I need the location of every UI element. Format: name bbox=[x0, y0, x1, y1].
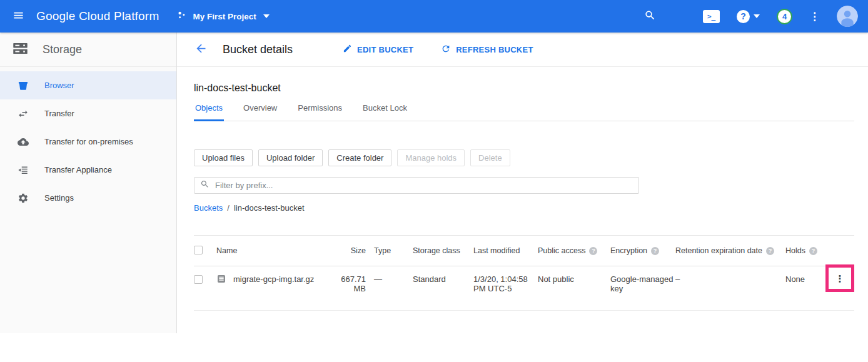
column-storage-class: Storage class bbox=[407, 246, 473, 255]
edit-bucket-button[interactable]: EDIT BUCKET bbox=[343, 44, 413, 56]
chevron-down-icon bbox=[754, 14, 760, 18]
page-header-actions: EDIT BUCKET REFRESH BUCKET bbox=[343, 44, 533, 56]
objects-table: Name Size Type Storage class Last modifi… bbox=[194, 235, 854, 311]
sidebar-item-browser[interactable]: Browser bbox=[0, 71, 176, 99]
column-last-modified: Last modified bbox=[473, 246, 538, 255]
search-icon bbox=[644, 9, 656, 23]
bucket-name: lin-docs-test-bucket bbox=[194, 83, 854, 94]
object-last-modified: 1/3/20, 1:04:58 PM UTC-5 bbox=[473, 274, 538, 293]
object-type: — bbox=[366, 274, 407, 284]
chevron-down-icon bbox=[263, 14, 270, 18]
help-button[interactable]: ? bbox=[737, 10, 760, 23]
breadcrumb-buckets-link[interactable]: Buckets bbox=[194, 203, 223, 213]
manage-holds-button[interactable]: Manage holds bbox=[397, 149, 465, 166]
cloud-shell-button[interactable]: >_ bbox=[703, 10, 720, 23]
gcp-console: Google Cloud Platform My First Project >… bbox=[0, 0, 868, 362]
column-type: Type bbox=[366, 246, 407, 255]
objects-toolbar: Upload files Upload folder Create folder… bbox=[194, 149, 854, 166]
breadcrumb: Buckets / lin-docs-test-bucket bbox=[194, 203, 854, 213]
upload-folder-button[interactable]: Upload folder bbox=[258, 149, 323, 166]
filter-bar bbox=[194, 177, 639, 194]
hamburger-icon bbox=[13, 9, 24, 23]
column-retention-label: Retention expiration date bbox=[675, 246, 762, 255]
object-holds: None bbox=[785, 274, 825, 284]
cloud-upload-icon bbox=[18, 136, 29, 148]
tab-objects[interactable]: Objects bbox=[194, 103, 224, 121]
breadcrumb-current: lin-docs-test-bucket bbox=[234, 203, 305, 213]
notifications-button[interactable]: 4 bbox=[777, 9, 792, 24]
sidebar-item-settings[interactable]: Settings bbox=[0, 184, 176, 212]
sidebar-item-label: Settings bbox=[44, 193, 74, 203]
tab-overview[interactable]: Overview bbox=[242, 103, 278, 121]
object-storage-class: Standard bbox=[407, 274, 473, 284]
bucket-details: lin-docs-test-bucket Objects Overview Pe… bbox=[177, 67, 868, 311]
select-all-checkbox[interactable] bbox=[194, 246, 203, 254]
row-overflow-menu-button[interactable]: ⋮ bbox=[835, 274, 845, 283]
brand-logo[interactable]: Google Cloud Platform bbox=[36, 9, 159, 23]
column-holds-label: Holds bbox=[785, 246, 805, 255]
search-button[interactable] bbox=[644, 9, 656, 23]
object-name[interactable]: migrate-gcp-img.tar.gz bbox=[233, 274, 314, 284]
storage-product-icon bbox=[12, 40, 29, 59]
help-icon[interactable]: ? bbox=[809, 247, 817, 255]
bucket-tabs: Objects Overview Permissions Bucket Lock bbox=[194, 103, 854, 121]
search-icon bbox=[200, 179, 209, 191]
topbar: Google Cloud Platform My First Project >… bbox=[0, 0, 868, 33]
object-size: 667.71 MB bbox=[330, 274, 366, 293]
create-folder-button[interactable]: Create folder bbox=[328, 149, 391, 166]
breadcrumb-separator: / bbox=[227, 203, 230, 213]
overflow-menu-button[interactable]: ⋮ bbox=[809, 11, 820, 22]
project-icon bbox=[176, 10, 187, 23]
help-icon[interactable]: ? bbox=[651, 247, 659, 255]
project-switcher[interactable]: My First Project bbox=[176, 10, 269, 23]
object-public-access: Not public bbox=[538, 274, 610, 284]
help-icon[interactable]: ? bbox=[766, 247, 774, 255]
sidebar-item-label: Transfer for on-premises bbox=[44, 137, 133, 146]
avatar[interactable] bbox=[837, 6, 858, 27]
back-button[interactable] bbox=[194, 42, 208, 57]
refresh-icon bbox=[441, 44, 451, 56]
sidebar-title: Storage bbox=[43, 43, 82, 56]
sidebar-item-label: Browser bbox=[44, 81, 74, 90]
sidebar-item-label: Transfer Appliance bbox=[44, 165, 112, 174]
edit-bucket-label: EDIT BUCKET bbox=[357, 45, 413, 54]
tab-bucket-lock[interactable]: Bucket Lock bbox=[361, 103, 408, 121]
help-icon: ? bbox=[737, 10, 750, 23]
tab-permissions[interactable]: Permissions bbox=[296, 103, 343, 121]
object-encryption: Google-managed key bbox=[610, 274, 675, 293]
sidebar-nav: Browser Transfer Transfer for on-premise… bbox=[0, 67, 176, 212]
menu-button[interactable] bbox=[0, 9, 36, 23]
upload-files-button[interactable]: Upload files bbox=[194, 149, 253, 166]
project-name: My First Project bbox=[193, 12, 256, 21]
delete-button[interactable]: Delete bbox=[470, 149, 510, 166]
table-row: migrate-gcp-img.tar.gz 667.71 MB — Stand… bbox=[194, 266, 854, 311]
sidebar: Storage Browser Transfer bbox=[0, 33, 177, 333]
app-shell: Storage Browser Transfer bbox=[0, 33, 868, 362]
file-icon bbox=[216, 274, 226, 286]
refresh-bucket-button[interactable]: REFRESH BUCKET bbox=[441, 44, 533, 56]
sidebar-item-transfer-appliance[interactable]: Transfer Appliance bbox=[0, 156, 176, 184]
filter-prefix-input[interactable] bbox=[215, 181, 633, 190]
bucket-icon bbox=[18, 80, 29, 91]
column-public-access: Public access ? bbox=[538, 246, 610, 255]
cloud-shell-icon: >_ bbox=[703, 10, 720, 23]
column-name: Name bbox=[216, 246, 330, 255]
gear-icon bbox=[18, 193, 29, 204]
page-title: Bucket details bbox=[223, 43, 293, 56]
page-header: Bucket details EDIT BUCKET REFRESH BUCKE… bbox=[177, 33, 868, 67]
back-arrow-icon bbox=[194, 42, 208, 57]
help-icon[interactable]: ? bbox=[589, 247, 597, 255]
column-public-access-label: Public access bbox=[538, 246, 585, 255]
column-size: Size bbox=[330, 246, 366, 255]
table-header-row: Name Size Type Storage class Last modifi… bbox=[194, 236, 854, 266]
swap-arrows-icon bbox=[18, 108, 29, 119]
column-encryption: Encryption ? bbox=[610, 246, 675, 255]
sidebar-item-label: Transfer bbox=[44, 109, 74, 118]
sidebar-item-transfer[interactable]: Transfer bbox=[0, 99, 176, 128]
pencil-icon bbox=[343, 44, 352, 55]
row-checkbox[interactable] bbox=[194, 275, 203, 284]
notification-badge: 4 bbox=[777, 9, 792, 24]
column-holds: Holds ? bbox=[785, 246, 825, 255]
sidebar-item-transfer-on-premises[interactable]: Transfer for on-premises bbox=[0, 128, 176, 156]
sidebar-header: Storage bbox=[0, 33, 176, 67]
